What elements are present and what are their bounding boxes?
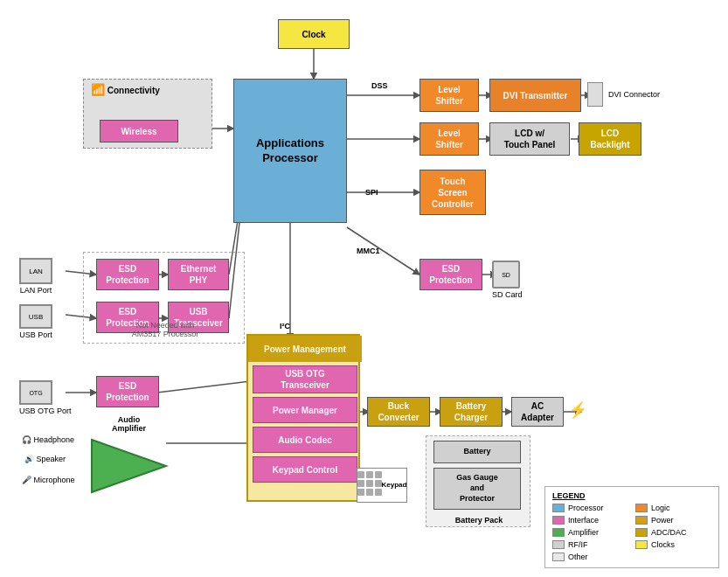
legend-title: LEGEND — [552, 491, 711, 500]
ac-adapter-label: ACAdapter — [521, 400, 554, 423]
battery-charger-block: BatteryCharger — [440, 397, 503, 427]
wireless-block: Wireless — [100, 120, 178, 143]
battery-label: Battery — [463, 447, 490, 457]
connectivity-label: 📶 Connectivity — [91, 83, 160, 98]
spi-label: SPI — [365, 188, 378, 197]
legend-rfif: RF/IF — [552, 540, 628, 549]
legend-adcdac: ADC/DAC — [635, 528, 711, 537]
i2c-label: I²C — [280, 322, 290, 330]
legend-clocks: Clocks — [635, 540, 711, 549]
legend-box: LEGEND Processor Logic Interface Power A… — [544, 486, 719, 568]
lan-port-label: LAN Port — [19, 286, 52, 295]
battery-pack-box: Battery Gas GaugeandProtector Battery Pa… — [426, 435, 530, 527]
keypad-control-block: Keypad Control — [253, 456, 357, 483]
audio-codec-block: Audio Codec — [253, 427, 357, 453]
legend-logic: Logic — [635, 504, 711, 512]
keypad-control-label: Keypad Control — [273, 464, 337, 476]
microphone-label: 🎤 Microphone — [22, 476, 75, 484]
audio-amplifier-title: AudioAmplifier — [87, 415, 170, 433]
dvi-connector-area: DVI Connector — [587, 82, 660, 107]
power-management-block: Power Management — [248, 336, 362, 362]
power-management-group: Power Management USB OTGTransceiver Powe… — [246, 334, 360, 502]
mmc1-label: MMC1 — [357, 247, 380, 255]
legend-other: Other — [552, 553, 628, 561]
speaker-label: 🔊 Speaker — [24, 455, 66, 463]
gas-gauge-label: Gas GaugeandProtector — [456, 473, 498, 504]
svg-line-19 — [157, 380, 258, 393]
keypad-label: Keypad — [382, 481, 407, 490]
level-shifter-1-block: LevelShifter — [419, 79, 479, 112]
level-shifter-2-label: LevelShifter — [435, 128, 463, 150]
dvi-transmitter-label: DVI Transmitter — [503, 90, 568, 101]
clock-label: Clock — [302, 29, 325, 40]
lan-port-area: LAN LAN Port — [19, 258, 52, 295]
battery-block: Battery — [433, 441, 521, 463]
lcd-backlight-label: LCDBacklight — [590, 128, 629, 150]
usb-otg-block: USB OTGTransceiver — [253, 365, 357, 393]
sd-card-area: SD SD Card — [492, 261, 523, 299]
connectivity-box: 📶 Connectivity Wireless — [83, 79, 212, 149]
usb-otg-port-area: OTG USB OTG Port — [19, 380, 72, 415]
dss-label: DSS — [371, 81, 388, 90]
sd-card-label: SD Card — [492, 290, 523, 299]
dvi-connector-label: DVI Connector — [608, 90, 660, 99]
gas-gauge-block: Gas GaugeandProtector — [433, 468, 521, 510]
usb-port-area: USB USB Port — [19, 304, 52, 339]
power-manager-label: Power Manager — [273, 405, 337, 416]
buck-converter-label: BuckConverter — [378, 400, 419, 423]
battery-pack-label: Battery Pack — [426, 516, 531, 525]
ac-adapter-block: ACAdapter — [511, 397, 564, 427]
esd-mmc-block: ESDProtection — [419, 259, 482, 290]
legend-power: Power — [635, 516, 711, 525]
applications-processor-block: ApplicationsProcessor — [233, 79, 347, 223]
dvi-transmitter-block: DVI Transmitter — [489, 79, 581, 112]
battery-charger-label: BatteryCharger — [454, 400, 488, 423]
touch-screen-label: TouchScreenController — [432, 176, 474, 210]
diagram-container: Clock ApplicationsProcessor 📶 Connectivi… — [0, 0, 728, 577]
usb-otg-label: USB OTGTransceiver — [281, 368, 329, 391]
legend-processor: Processor — [552, 504, 628, 512]
buck-converter-block: BuckConverter — [367, 397, 430, 427]
svg-marker-28 — [92, 440, 166, 492]
esd3-label: ESDProtection — [106, 380, 149, 403]
usb-otg-port-label: USB OTG Port — [19, 407, 72, 415]
esd3-block: ESDProtection — [96, 376, 159, 407]
not-needed-box: Not Needed withAM3517 Processor — [83, 252, 245, 344]
ac-plug-icon: ⚡ — [568, 400, 587, 420]
lcd-touch-label: LCD w/Touch Panel — [504, 128, 556, 150]
audio-codec-label: Audio Codec — [278, 434, 332, 446]
audio-amplifier-area: AudioAmplifier — [87, 415, 170, 494]
not-needed-label: Not Needed withAM3517 Processor — [91, 321, 239, 338]
lcd-touch-block: LCD w/Touch Panel — [489, 122, 570, 156]
power-management-label: Power Management — [264, 344, 346, 355]
level-shifter-1-label: LevelShifter — [435, 84, 463, 107]
keypad-block: Keypad — [357, 468, 407, 503]
lcd-backlight-block: LCDBacklight — [579, 122, 641, 156]
usb-port-label: USB Port — [19, 330, 52, 339]
wireless-label: Wireless — [121, 126, 156, 137]
applications-processor-label: ApplicationsProcessor — [256, 136, 324, 166]
touch-screen-block: TouchScreenController — [419, 170, 486, 215]
clock-block: Clock — [278, 19, 350, 49]
esd-mmc-label: ESDProtection — [429, 263, 472, 286]
legend-interface: Interface — [552, 516, 628, 525]
legend-amplifier: Amplifier — [552, 528, 628, 537]
power-manager-block: Power Manager — [253, 397, 357, 423]
headphone-label: 🎧 Headphone — [22, 435, 74, 444]
level-shifter-2-block: LevelShifter — [419, 122, 479, 156]
